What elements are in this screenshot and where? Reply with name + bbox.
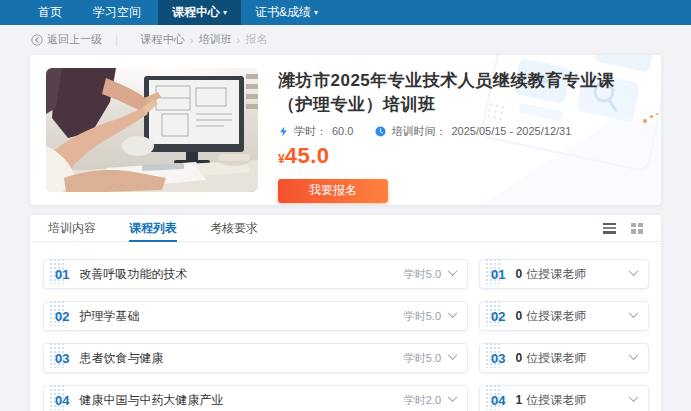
breadcrumb-item-label: 课程中心 bbox=[141, 32, 185, 47]
course-detail-panel: 培训内容 课程列表 考核要求 bbox=[30, 215, 661, 411]
tab-label: 考核要求 bbox=[210, 220, 258, 237]
breadcrumb-item[interactable]: › 培训班 bbox=[185, 32, 232, 47]
breadcrumb-separator: › bbox=[190, 34, 194, 46]
course-row[interactable]: 01 改善呼吸功能的技术 学时5.0 bbox=[43, 259, 468, 289]
nav-item-label: 首页 bbox=[38, 4, 62, 21]
course-hours: 学时2.0 bbox=[404, 393, 441, 408]
nav-item[interactable]: 首页 bbox=[24, 0, 79, 25]
course-meta: 学时：60.0 培训时间：2025/05/15 - 2025/12/31 bbox=[278, 124, 645, 139]
course-number: 04 bbox=[55, 391, 69, 409]
chevron-down-icon[interactable] bbox=[629, 308, 639, 318]
teacher-list-column: 01 0 位授课老师 02 0 位授课老师 03 0 bbox=[479, 259, 649, 411]
nav-item[interactable]: 课程中心 ▾ bbox=[158, 0, 241, 25]
course-list-column: 01 改善呼吸功能的技术 学时5.0 02 护理学基础 学时5.0 bbox=[43, 259, 468, 411]
back-arrow-circle-icon bbox=[31, 34, 43, 46]
chevron-down-icon[interactable] bbox=[448, 392, 458, 402]
course-number: 03 bbox=[55, 349, 69, 367]
course-thumbnail-image bbox=[46, 68, 258, 192]
time-label: 培训时间： bbox=[391, 124, 446, 139]
hours-value: 60.0 bbox=[332, 125, 353, 137]
course-row[interactable]: 02 护理学基础 学时5.0 bbox=[43, 301, 468, 331]
tab[interactable]: 考核要求 bbox=[210, 215, 258, 241]
course-hours: 学时5.0 bbox=[404, 351, 441, 366]
nav-item-label: 课程中心 bbox=[172, 4, 220, 21]
course-row-title: 健康中国与中药大健康产业 bbox=[79, 392, 223, 409]
view-toggle bbox=[603, 223, 643, 234]
chevron-down-icon[interactable] bbox=[448, 308, 458, 318]
course-title: 潍坊市2025年专业技术人员继续教育专业课（护理专业）培训班 bbox=[278, 69, 645, 117]
chevron-down-icon[interactable] bbox=[448, 266, 458, 276]
chevron-down-icon[interactable] bbox=[629, 350, 639, 360]
breadcrumb-item[interactable]: 课程中心 bbox=[131, 32, 185, 47]
currency-symbol: ¥ bbox=[278, 152, 285, 166]
back-label: 返回上一级 bbox=[47, 32, 102, 47]
teacher-label: 位授课老师 bbox=[526, 392, 586, 409]
tab[interactable]: 培训内容 bbox=[48, 215, 96, 241]
teacher-label: 位授课老师 bbox=[526, 308, 586, 325]
teacher-row[interactable]: 04 1 位授课老师 bbox=[479, 385, 649, 411]
price-value: 45.0 bbox=[285, 143, 330, 168]
breadcrumb-separator: › bbox=[236, 34, 240, 46]
teacher-row-number: 01 bbox=[491, 265, 505, 283]
time-meta: 培训时间：2025/05/15 - 2025/12/31 bbox=[375, 124, 571, 139]
chevron-down-icon: ▾ bbox=[223, 8, 227, 17]
back-link[interactable]: 返回上一级 bbox=[31, 32, 102, 47]
course-info: 潍坊市2025年专业技术人员继续教育专业课（护理专业）培训班 学时：60.0 培… bbox=[278, 68, 645, 192]
breadcrumb-item-label: 培训班 bbox=[198, 32, 231, 47]
teacher-count: 0 bbox=[515, 351, 522, 365]
chevron-down-icon: ▾ bbox=[314, 8, 318, 17]
hours-label: 学时： bbox=[294, 124, 327, 139]
course-row-title: 改善呼吸功能的技术 bbox=[79, 266, 187, 283]
course-row[interactable]: 03 患者饮食与健康 学时5.0 bbox=[43, 343, 468, 373]
tab-label: 课程列表 bbox=[129, 220, 177, 237]
breadcrumb-item[interactable]: › 报名 bbox=[231, 32, 267, 47]
teacher-count: 1 bbox=[515, 393, 522, 407]
teacher-row-number: 02 bbox=[491, 307, 505, 325]
course-hours: 学时5.0 bbox=[404, 267, 441, 282]
course-lists: 01 改善呼吸功能的技术 学时5.0 02 护理学基础 学时5.0 bbox=[30, 242, 661, 411]
tab-bar: 培训内容 课程列表 考核要求 bbox=[30, 215, 661, 242]
course-row[interactable]: 04 健康中国与中药大健康产业 学时2.0 bbox=[43, 385, 468, 411]
tabs-container: 培训内容 课程列表 考核要求 bbox=[48, 215, 291, 241]
teacher-label: 位授课老师 bbox=[526, 350, 586, 367]
chevron-down-icon[interactable] bbox=[448, 350, 458, 360]
teacher-row[interactable]: 02 0 位授课老师 bbox=[479, 301, 649, 331]
chevron-down-icon[interactable] bbox=[629, 392, 639, 402]
nav-item[interactable]: 学习空间 bbox=[79, 0, 158, 25]
course-price: ¥45.0 bbox=[278, 144, 645, 171]
list-view-icon[interactable] bbox=[603, 223, 616, 234]
hours-meta: 学时：60.0 bbox=[278, 124, 353, 139]
teacher-row[interactable]: 03 0 位授课老师 bbox=[479, 343, 649, 373]
nav-item-label: 学习空间 bbox=[93, 4, 141, 21]
teacher-count: 0 bbox=[515, 309, 522, 323]
course-hero-card: 潍坊市2025年专业技术人员继续教育专业课（护理专业）培训班 学时：60.0 培… bbox=[30, 55, 661, 205]
course-hours: 学时5.0 bbox=[404, 309, 441, 324]
course-number: 01 bbox=[55, 265, 69, 283]
breadcrumb-trail: 课程中心 › 培训班 › 报名 bbox=[131, 32, 267, 47]
course-number: 02 bbox=[55, 307, 69, 325]
enroll-button[interactable]: 我要报名 bbox=[278, 179, 388, 203]
clock-icon bbox=[375, 126, 386, 137]
tab-label: 培训内容 bbox=[48, 220, 96, 237]
top-navbar: 首页 学习空间 课程中心 ▾ 证书&成绩 ▾ bbox=[0, 0, 691, 25]
teacher-row-number: 03 bbox=[491, 349, 505, 367]
time-value: 2025/05/15 - 2025/12/31 bbox=[451, 125, 571, 137]
breadcrumb: 返回上一级 ｜ 课程中心 › 培训班 › 报名 bbox=[0, 25, 691, 54]
tab[interactable]: 课程列表 bbox=[129, 215, 177, 241]
grid-view-icon[interactable] bbox=[631, 223, 643, 234]
lightning-icon bbox=[278, 126, 289, 137]
breadcrumb-item-label: 报名 bbox=[245, 32, 267, 47]
course-row-title: 护理学基础 bbox=[79, 308, 139, 325]
teacher-count: 0 bbox=[515, 267, 522, 281]
nav-item-label: 证书&成绩 bbox=[255, 4, 311, 21]
teacher-row[interactable]: 01 0 位授课老师 bbox=[479, 259, 649, 289]
page: 首页 学习空间 课程中心 ▾ 证书&成绩 ▾ bbox=[0, 0, 691, 411]
teacher-row-number: 04 bbox=[491, 391, 505, 409]
nav-item[interactable]: 证书&成绩 ▾ bbox=[241, 0, 332, 25]
breadcrumb-pipe: ｜ bbox=[111, 32, 122, 47]
chevron-down-icon[interactable] bbox=[629, 266, 639, 276]
teacher-label: 位授课老师 bbox=[526, 266, 586, 283]
course-row-title: 患者饮食与健康 bbox=[79, 350, 163, 367]
